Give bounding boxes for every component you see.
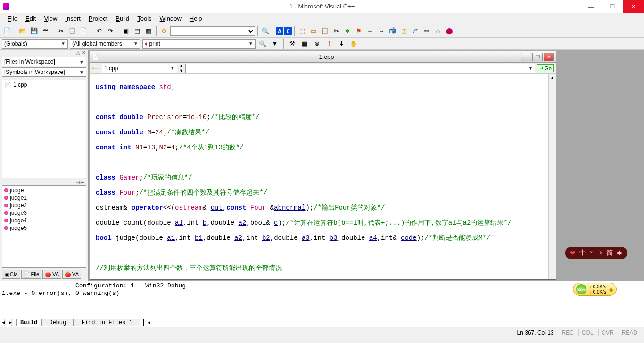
find-combo[interactable]: [170, 26, 255, 36]
func-judge1[interactable]: judge1: [3, 194, 85, 202]
windows-icon[interactable]: ▦: [143, 26, 154, 36]
paste-icon[interactable]: 📄: [78, 26, 89, 36]
panel-pin-icon[interactable]: ⊣⊢: [0, 180, 88, 185]
speed-menu-icon[interactable]: ◉: [609, 287, 613, 292]
menu-window[interactable]: Window: [156, 14, 185, 23]
output-scroll-right[interactable]: ▏◂: [140, 319, 154, 326]
menu-edit[interactable]: Edit: [22, 14, 40, 23]
tool10-icon[interactable]: ✏: [421, 26, 432, 36]
func-judge[interactable]: judge: [3, 187, 85, 194]
tool12-icon[interactable]: ⬤: [444, 26, 454, 36]
editor-maximize[interactable]: ❐: [532, 53, 543, 61]
workspace-panel: △ ✕ [Files in Workspace]▼ [Symbols in Wo…: [0, 50, 89, 281]
arrow-right-icon[interactable]: →: [376, 26, 387, 36]
func-judge4[interactable]: judge4: [3, 217, 85, 224]
tab-fileview[interactable]: 📄 File: [21, 270, 42, 279]
tool11-icon[interactable]: ◇: [433, 26, 443, 36]
ctx-icon2[interactable]: ▼: [270, 39, 280, 49]
editor-minimize[interactable]: —: [521, 53, 531, 61]
panel-grip[interactable]: △ ✕: [0, 50, 88, 55]
tab-classview[interactable]: ▣ Cla: [2, 270, 20, 279]
tool1-icon[interactable]: ⬚: [297, 26, 307, 36]
menu-file[interactable]: File: [4, 14, 21, 23]
scope-combo[interactable]: (Globals)▼: [2, 39, 68, 49]
tool7-icon[interactable]: 📬: [388, 26, 398, 36]
tree-file-item[interactable]: 📄 1.cpp: [3, 81, 85, 89]
tool4-icon[interactable]: ✂: [331, 26, 341, 36]
workspace-icon[interactable]: ▣: [121, 26, 131, 36]
output-tab-build[interactable]: Build: [16, 319, 41, 326]
menu-project[interactable]: Project: [85, 14, 111, 23]
stop-icon[interactable]: ⊗: [312, 39, 322, 49]
ime-widget[interactable]: ❤ 中 ° ☽ 简 ✱: [565, 247, 627, 259]
function-combo[interactable]: ♦ print▼: [142, 39, 256, 49]
menu-help[interactable]: Help: [186, 14, 206, 23]
redo-icon[interactable]: ↷: [105, 26, 116, 36]
ime-punct-icon[interactable]: °: [590, 249, 593, 257]
editor-symbol-combo[interactable]: ▼: [185, 64, 535, 73]
files-combo[interactable]: [Files in Workspace]▼: [2, 57, 86, 66]
output-scroll-left[interactable]: ◂▏▸▏: [2, 319, 16, 326]
wand-icon[interactable]: 🔍: [260, 26, 271, 36]
output-panel[interactable]: --------------------Configuration: 1 - W…: [0, 281, 644, 327]
tool9-icon[interactable]: /*: [410, 26, 421, 36]
run-icon[interactable]: !: [324, 39, 334, 49]
maximize-button[interactable]: ❐: [602, 0, 623, 13]
hand-icon[interactable]: ✋: [348, 39, 359, 49]
nav-updown-icon[interactable]: ▲▼: [179, 64, 183, 73]
ctx-icon1[interactable]: 🔍: [257, 39, 268, 49]
find-icon[interactable]: ⚙: [159, 26, 169, 36]
output-tab-debug[interactable]: Debug: [41, 319, 74, 326]
minimize-button[interactable]: —: [580, 0, 602, 13]
output-icon[interactable]: ▤: [132, 26, 142, 36]
build-icon[interactable]: ▦: [299, 39, 310, 49]
go-icon[interactable]: ⬇: [336, 39, 347, 49]
cut-icon[interactable]: ✂: [56, 26, 66, 36]
ime-moon-icon[interactable]: ☽: [596, 249, 603, 257]
tool3-icon[interactable]: 📋: [320, 26, 330, 36]
output-tab-find[interactable]: Find in Files 1: [74, 319, 140, 326]
tool2-icon[interactable]: ▭: [308, 26, 319, 36]
editor-titlebar[interactable]: 📄 1.cpp — ❐ ✕: [90, 51, 556, 63]
tool8-icon[interactable]: ◫: [399, 26, 409, 36]
code-editor[interactable]: using namespace std; const double Precis…: [90, 74, 556, 279]
ime-mode[interactable]: 简: [606, 249, 613, 257]
close-button[interactable]: ✕: [623, 0, 644, 13]
new-icon[interactable]: 📄: [2, 26, 12, 36]
func-judge2[interactable]: judge2: [3, 202, 85, 209]
saveall-icon[interactable]: 🗃: [40, 26, 50, 36]
nav-back-icon[interactable]: ⟸: [92, 65, 100, 72]
file-tree[interactable]: 📄 1.cpp: [2, 80, 86, 178]
status-col: COL: [578, 329, 596, 336]
members-combo[interactable]: (All global members▼: [70, 39, 140, 49]
badge-0: 0: [284, 27, 292, 35]
ime-settings-icon[interactable]: ✱: [617, 249, 622, 257]
network-speed-widget[interactable]: 52% ↑ 0.0K/s ↓ 0.0K/s ◉: [573, 283, 617, 296]
tool6-icon[interactable]: ⚑: [354, 26, 364, 36]
tab-va1[interactable]: 🍅 VA: [42, 270, 61, 279]
save-icon[interactable]: 💾: [29, 26, 39, 36]
undo-icon[interactable]: ↶: [94, 26, 104, 36]
menu-insert[interactable]: Insert: [61, 14, 84, 23]
go-button[interactable]: ➜Go: [537, 64, 554, 72]
output-line: --------------------Configuration: 1 - W…: [2, 282, 642, 290]
copy-icon[interactable]: 📋: [67, 26, 77, 36]
func-judge3[interactable]: judge3: [3, 209, 85, 217]
symbol-list[interactable]: judge judge1 judge2 judge3 judge4 judge5: [2, 185, 86, 268]
compile-icon[interactable]: ⚒: [287, 39, 297, 49]
func-judge5[interactable]: judge5: [3, 224, 85, 232]
tab-va2[interactable]: 🍅 VA: [62, 270, 81, 279]
open-icon[interactable]: 📂: [17, 26, 28, 36]
arrow-left-icon[interactable]: ←: [365, 26, 375, 36]
menu-view[interactable]: View: [40, 14, 61, 23]
menu-build[interactable]: Build: [112, 14, 133, 23]
menu-tools[interactable]: Tools: [133, 14, 155, 23]
tool5-icon[interactable]: ❖: [342, 26, 353, 36]
editor-close[interactable]: ✕: [544, 53, 554, 61]
symbols-combo[interactable]: [Symbols in Workspace]▼: [2, 67, 86, 77]
editor-file-combo[interactable]: 1.cpp▼: [102, 64, 177, 73]
context-bar: (Globals)▼ (All global members▼ ♦ print▼…: [0, 38, 644, 50]
editor-scrollbar[interactable]: ▴: [548, 74, 556, 279]
window-title: 1 - Microsoft Visual C++: [289, 3, 355, 10]
ime-lang[interactable]: 中: [579, 249, 586, 257]
